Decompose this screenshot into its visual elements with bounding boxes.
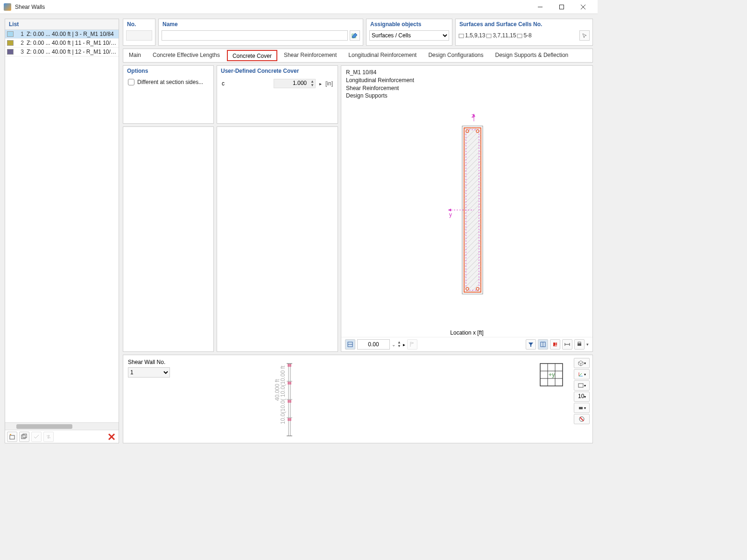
print-view-button[interactable]: ▾ (574, 403, 590, 413)
list-item-label: Z: 0.00 ... 40.00 ft | 12 - R_M1 10/15 (27, 49, 117, 55)
empty-panel-left (123, 126, 214, 352)
udcc-header: User-Defined Concrete Cover (217, 66, 338, 76)
udcc-panel: User-Defined Concrete Cover c 1.000 ▲▼ ▸… (217, 65, 338, 124)
list-body[interactable]: 1 Z: 0.00 ... 40.00 ft | 3 - R_M1 10/84 … (5, 30, 119, 422)
tab-concrete-cover[interactable]: Concrete Cover (227, 50, 277, 61)
section-view-button[interactable] (345, 339, 355, 350)
name-input[interactable] (162, 30, 348, 41)
tab-shear-reinforcement[interactable]: Shear Reinforcement (278, 49, 343, 62)
shear-wall-no-select[interactable]: 1 (128, 367, 170, 378)
horizontal-scrollbar[interactable] (5, 422, 119, 430)
options-panel: Options Different at section sides... (123, 65, 214, 124)
copy-item-button[interactable] (19, 432, 29, 442)
cells-chip: 3,7,11,15 (486, 32, 516, 39)
svg-rect-43 (288, 382, 291, 385)
dropdown-icon[interactable]: ⌄ (392, 342, 395, 347)
arrow-right-icon[interactable]: ▸ (403, 342, 405, 347)
assignable-select[interactable]: Surfaces / Cells (369, 30, 449, 41)
cells-panel: Surfaces and Surface Cells No. 1,5,9,13 … (455, 19, 593, 46)
preview-panel: R_M1 10/84 Longitudinal Reinforcement Sh… (341, 65, 593, 352)
svg-rect-11 (486, 34, 491, 38)
svg-rect-17 (464, 128, 481, 292)
delete-button[interactable] (106, 432, 117, 442)
pick-cells-button[interactable] (579, 30, 590, 41)
elevation-schematic: 40.000 ft 10.0(10.0( 10.0(10.00 ft (273, 359, 301, 442)
svg-rect-6 (23, 434, 27, 438)
list-item-label: Z: 0.00 ... 40.00 ft | 11 - R_M1 10/84 (27, 40, 117, 46)
reset-view-button[interactable] (574, 414, 590, 424)
name-panel: Name (158, 19, 363, 46)
list-item-num: 2 (16, 40, 24, 46)
check-button (31, 432, 42, 442)
list-header: List (5, 19, 119, 30)
svg-rect-59 (579, 407, 583, 409)
checkbox-label: Different at section sides... (137, 79, 203, 85)
svg-text:1: 1 (554, 341, 557, 347)
iso-view-button[interactable]: ▾ (574, 358, 590, 368)
axis-y-label: y (449, 211, 452, 218)
minimize-button[interactable] (529, 0, 551, 14)
udcc-unit: [in] (325, 80, 333, 87)
display-mode-button[interactable]: ▾ (574, 380, 590, 391)
preview-info: R_M1 10/84 Longitudinal Reinforcement Sh… (341, 66, 592, 103)
spinner-icon[interactable]: ▲▼ (310, 80, 314, 87)
close-button[interactable] (572, 0, 594, 14)
no-panel: No. (123, 19, 155, 46)
list-item-label: Z: 0.00 ... 40.00 ft | 3 - R_M1 10/84 (27, 31, 117, 37)
tab-longitudinal-reinforcement[interactable]: Longitudinal Reinforcement (343, 49, 423, 62)
list-item[interactable]: 3 Z: 0.00 ... 40.00 ft | 12 - R_M1 10/15 (5, 48, 119, 56)
udcc-param: c (222, 80, 231, 87)
flag-button (407, 339, 417, 350)
view-toolbar: ▾ ▾ ▾ 10▾ ▾ (574, 358, 590, 424)
scale-button[interactable]: 10▾ (574, 392, 590, 402)
list-panel: List 1 Z: 0.00 ... 40.00 ft | 3 - R_M1 1… (5, 19, 119, 443)
arrow-right-icon[interactable]: ▸ (319, 81, 322, 86)
svg-line-56 (579, 373, 582, 376)
svg-rect-57 (578, 384, 583, 387)
svg-text:10.0(10.0( 10.0(10.00 ft: 10.0(10.0( 10.0(10.00 ft (280, 365, 286, 424)
tab-design-supports-deflection[interactable]: Design Supports & Deflection (490, 49, 575, 62)
list-item[interactable]: 2 Z: 0.00 ... 40.00 ft | 11 - R_M1 10/84 (5, 39, 119, 48)
cells-chip: 5-8 (517, 32, 531, 39)
maximize-button[interactable] (551, 0, 572, 14)
svg-rect-42 (288, 364, 291, 367)
tab-main[interactable]: Main (123, 49, 147, 62)
list-toolbar (5, 430, 119, 443)
no-input[interactable] (126, 30, 152, 41)
assignable-panel: Assignable objects Surfaces / Cells (366, 19, 452, 46)
title-bar: Shear Walls (0, 0, 598, 14)
svg-rect-44 (288, 400, 291, 403)
svg-text:+y: +y (549, 371, 555, 378)
print-button[interactable] (574, 339, 585, 350)
spinner-icon[interactable]: ▲▼ (397, 341, 401, 348)
edit-name-button[interactable] (350, 30, 360, 41)
new-item-button[interactable] (7, 432, 17, 442)
axes-button[interactable]: ▾ (574, 369, 590, 379)
svg-rect-5 (21, 435, 25, 439)
grid-toggle-button[interactable] (538, 339, 548, 350)
svg-text:10: 10 (578, 393, 584, 399)
svg-rect-45 (288, 418, 291, 421)
no-label: No. (123, 19, 155, 29)
filter-button[interactable] (526, 339, 536, 350)
dimensions-button[interactable] (562, 339, 572, 350)
svg-rect-10 (459, 34, 464, 38)
info-button[interactable]: 1 (550, 339, 560, 350)
list-item[interactable]: 1 Z: 0.00 ... 40.00 ft | 3 - R_M1 10/84 (5, 30, 119, 39)
preview-footer: ⌄ ▲▼ ▸ 1 ▾ (341, 337, 592, 351)
preview-canvas[interactable]: z (341, 103, 592, 329)
location-input[interactable] (357, 339, 390, 350)
view-cube[interactable]: +y (538, 362, 564, 389)
list-item-num: 3 (16, 49, 24, 55)
svg-rect-1 (560, 5, 564, 9)
color-swatch (7, 40, 14, 46)
tab-concrete-effective-lengths[interactable]: Concrete Effective Lengths (147, 49, 226, 62)
udcc-value-input[interactable]: 1.000 ▲▼ (274, 79, 316, 88)
swap-button (43, 432, 54, 442)
cells-label: Surfaces and Surface Cells No. (456, 19, 592, 29)
tabs: Main Concrete Effective Lengths Concrete… (123, 49, 593, 63)
tab-design-configurations[interactable]: Design Configurations (423, 49, 489, 62)
dropdown-icon[interactable]: ▾ (586, 342, 589, 347)
name-label: Name (159, 19, 363, 29)
different-sides-checkbox[interactable]: Different at section sides... (128, 79, 209, 85)
